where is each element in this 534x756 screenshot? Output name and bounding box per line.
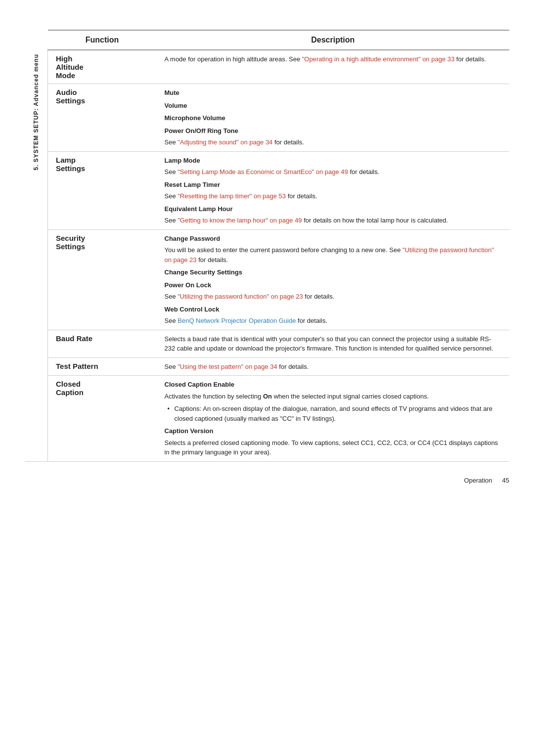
sidebar-label: 5. SYSTEM SETUP: Advanced menu xyxy=(33,54,40,171)
function-cell: Baud Rate xyxy=(48,330,157,357)
description-cell: MuteVolumeMicrophone VolumePower On/Off … xyxy=(157,84,510,152)
table-row: Security SettingsChange PasswordYou will… xyxy=(25,229,509,330)
description-cell: Selects a baud rate that is identical wi… xyxy=(157,330,510,357)
description-header: Description xyxy=(157,30,510,50)
desc-bold: Caption Version xyxy=(165,426,502,436)
main-table: Function Description 5. SYSTEM SETUP: Ad… xyxy=(25,30,509,462)
function-cell: Lamp Settings xyxy=(48,151,157,229)
desc-bullet: Captions: An on-screen display of the di… xyxy=(165,404,502,423)
desc-text: Selects a preferred closed captioning mo… xyxy=(165,438,502,457)
function-cell: Audio Settings xyxy=(48,84,157,152)
description-cell: Lamp ModeSee "Setting Lamp Mode as Econo… xyxy=(157,151,510,229)
desc-bold: Volume xyxy=(165,101,502,111)
table-row: 5. SYSTEM SETUP: Advanced menuHigh Altit… xyxy=(25,50,509,84)
desc-bold: Lamp Mode xyxy=(165,156,502,166)
footer-label: Operation xyxy=(464,477,492,484)
description-cell: A mode for operation in high altitude ar… xyxy=(157,50,510,84)
function-cell: Test Pattern xyxy=(48,357,157,376)
desc-bold: Change Security Settings xyxy=(165,267,502,277)
desc-bold: Reset Lamp Timer xyxy=(165,180,502,190)
desc-bold: Equivalent Lamp Hour xyxy=(165,204,502,214)
desc-bold: Web Control Lock xyxy=(165,305,502,314)
sidebar-cell: 5. SYSTEM SETUP: Advanced menu xyxy=(25,50,48,461)
desc-text: See "Adjusting the sound" on page 34 for… xyxy=(165,137,502,147)
function-cell: High Altitude Mode xyxy=(48,50,157,84)
table-row: Closed CaptionClosed Caption EnableActiv… xyxy=(25,376,509,462)
footer: Operation 45 xyxy=(25,462,509,484)
description-cell: See "Using the test pattern" on page 34 … xyxy=(157,357,510,376)
desc-bold: Mute xyxy=(165,88,502,98)
description-cell: Change PasswordYou will be asked to ente… xyxy=(157,229,510,330)
desc-bold: Closed Caption Enable xyxy=(165,380,502,390)
table-row: Baud RateSelects a baud rate that is ide… xyxy=(25,330,509,357)
desc-text: See "Getting to know the lamp hour" on p… xyxy=(165,216,502,225)
desc-bold: Power On/Off Ring Tone xyxy=(165,126,502,136)
table-row: Audio SettingsMuteVolumeMicrophone Volum… xyxy=(25,84,509,152)
page-wrapper: Function Description 5. SYSTEM SETUP: Ad… xyxy=(25,20,509,484)
function-header: Function xyxy=(48,30,157,50)
footer-page: 45 xyxy=(502,477,509,484)
table-row: Lamp SettingsLamp ModeSee "Setting Lamp … xyxy=(25,151,509,229)
desc-bold: Change Password xyxy=(165,234,502,244)
desc-text: Activates the function by selecting On w… xyxy=(165,392,502,401)
function-cell: Closed Caption xyxy=(48,376,157,462)
desc-bold: Microphone Volume xyxy=(165,113,502,123)
desc-text: See "Setting Lamp Mode as Economic or Sm… xyxy=(165,167,502,177)
desc-text: You will be asked to enter the current p… xyxy=(165,245,502,265)
desc-bold: Power On Lock xyxy=(165,280,502,290)
desc-text: See "Resetting the lamp timer" on page 5… xyxy=(165,191,502,201)
desc-text: See BenQ Network Projector Operation Gui… xyxy=(165,316,502,326)
table-row: Test PatternSee "Using the test pattern"… xyxy=(25,357,509,376)
description-cell: Closed Caption EnableActivates the funct… xyxy=(157,376,510,462)
desc-text: See "Utilizing the password function" on… xyxy=(165,292,502,302)
function-cell: Security Settings xyxy=(48,229,157,330)
